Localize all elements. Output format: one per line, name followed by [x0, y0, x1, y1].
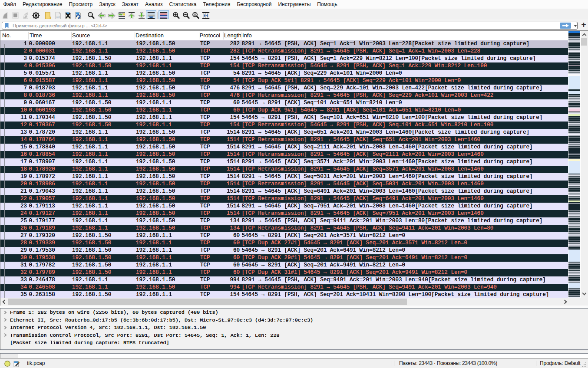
svg-text:010: 010 [56, 16, 60, 18]
